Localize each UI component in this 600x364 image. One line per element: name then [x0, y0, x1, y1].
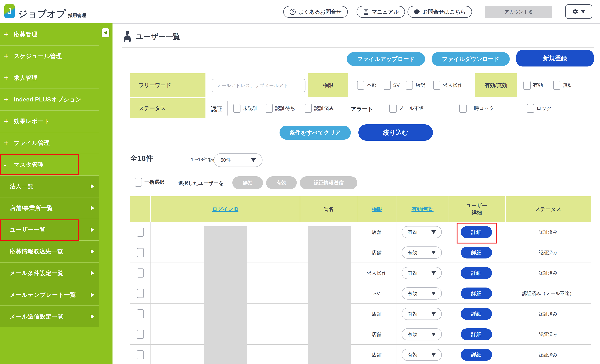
checkbox[interactable] — [433, 81, 440, 90]
checkbox[interactable] — [524, 81, 531, 90]
account-name-box: アカウント名 — [485, 6, 552, 18]
row-permission: 店舗 — [357, 324, 397, 345]
table-row: 店舗 有効 詳細 認証済み — [130, 242, 591, 263]
column-header-permission[interactable]: 権限 — [357, 196, 397, 222]
file-download-button[interactable]: ファイルダウンロード — [431, 52, 510, 66]
filter-checkbox-lock[interactable]: ロック — [527, 104, 552, 113]
detail-button[interactable]: 詳細 — [461, 349, 492, 361]
sidebar-item-user-ichiran[interactable]: ユーザー一覧 — [0, 219, 99, 240]
account-name-label: アカウント名 — [504, 9, 533, 15]
alert-group-label: アラート — [351, 105, 373, 113]
filter-checkbox-sv[interactable]: SV — [384, 81, 400, 90]
checkbox[interactable] — [553, 81, 560, 90]
sidebar-item-master-kanri[interactable]: -マスタ管理 — [0, 154, 99, 175]
sidebar-item-kouka-report[interactable]: +効果レポート — [0, 110, 99, 132]
enabled-select[interactable]: 有効 — [402, 287, 442, 300]
enabled-select[interactable]: 有効 — [402, 328, 442, 340]
filter-checkbox-mail-futatsu[interactable]: メール不達 — [389, 104, 424, 113]
total-count: 全18件 — [130, 154, 153, 163]
enabled-select[interactable]: 有効 — [402, 349, 442, 361]
row-checkbox[interactable] — [137, 330, 144, 339]
redacted-login-id-column — [204, 226, 247, 364]
faq-button-label: よくあるお問合せ — [299, 8, 342, 16]
sidebar-item-indeed-plus-option[interactable]: +Indeed PLUSオプション — [0, 89, 99, 110]
freeword-input[interactable] — [212, 79, 305, 92]
file-upload-button[interactable]: ファイルアップロード — [347, 52, 425, 66]
detail-button[interactable]: 詳細 — [461, 288, 492, 299]
filter-checkbox-minishou[interactable]: 未認証 — [233, 104, 258, 113]
checkbox[interactable] — [406, 81, 413, 90]
row-checkbox[interactable] — [137, 228, 144, 237]
contact-button[interactable]: お問合せはこちら — [407, 6, 472, 18]
row-permission: SV — [357, 283, 397, 304]
enabled-select[interactable]: 有効 — [402, 226, 442, 238]
detail-button[interactable]: 詳細 — [461, 308, 492, 320]
filter-checkbox-tenpo[interactable]: 店舗 — [406, 81, 425, 90]
app-logo: J ジョブオプ 採用管理 — [4, 4, 86, 18]
row-checkbox[interactable] — [137, 268, 144, 278]
filter-checkbox-ninshou-zumi[interactable]: 認証済み — [305, 104, 334, 113]
enabled-select[interactable]: 有効 — [402, 267, 442, 279]
redacted-name-column — [308, 226, 351, 364]
sidebar-item-kyujin-kanri[interactable]: +求人管理 — [0, 67, 99, 89]
sidebar-item-file-kanri[interactable]: +ファイル管理 — [0, 132, 99, 154]
table-header: ログインID 氏名 権限 有効/無効 ユーザー 詳細 ステータス — [130, 196, 591, 222]
detail-button[interactable]: 詳細 — [461, 267, 492, 279]
enabled-select[interactable]: 有効 — [402, 308, 442, 320]
filter-checkbox-muko[interactable]: 無効 — [553, 81, 573, 90]
detail-button[interactable]: 詳細 — [461, 247, 492, 258]
table-row: 店舗 有効 詳細 認証済み — [130, 324, 591, 345]
detail-button[interactable]: 詳細 — [461, 328, 492, 340]
column-header-enabled[interactable]: 有効/無効 — [397, 196, 448, 222]
faq-button[interactable]: ? よくあるお問合せ — [283, 6, 348, 18]
sidebar-item-mail-template[interactable]: メールテンプレート一覧 — [0, 284, 99, 305]
sidebar-item-schedule-kanri[interactable]: +スケジュール管理 — [0, 45, 99, 67]
bulk-enable-button[interactable]: 有効 — [266, 176, 297, 189]
detail-button[interactable]: 詳細 — [461, 226, 492, 238]
checkbox[interactable] — [527, 104, 534, 113]
row-checkbox[interactable] — [137, 289, 144, 298]
checkbox[interactable] — [357, 81, 364, 90]
new-registration-button[interactable]: 新規登録 — [516, 50, 594, 66]
row-checkbox[interactable] — [137, 309, 144, 318]
checkbox[interactable] — [135, 178, 142, 187]
column-header-status: ステータス — [505, 196, 591, 222]
row-permission: 店舗 — [357, 222, 397, 242]
bulk-disable-button[interactable]: 無効 — [232, 176, 263, 189]
person-icon — [123, 31, 132, 42]
chevron-down-icon — [431, 271, 436, 275]
checkbox[interactable] — [266, 104, 273, 113]
gear-icon — [572, 8, 579, 15]
sidebar-item-oubo-kanri[interactable]: +応募管理 — [0, 23, 99, 45]
chevron-down-icon — [581, 10, 585, 13]
checkbox[interactable] — [233, 104, 241, 113]
checkbox[interactable] — [305, 104, 312, 113]
manual-button[interactable]: マニュアル — [356, 6, 405, 18]
sidebar-item-mail-jouken[interactable]: メール条件設定一覧 — [0, 262, 99, 284]
sidebar-collapse-button[interactable] — [102, 28, 109, 37]
checkbox[interactable] — [459, 104, 467, 113]
checkbox[interactable] — [389, 104, 397, 113]
clear-filters-button[interactable]: 条件をすべてクリア — [280, 126, 351, 140]
settings-menu-button[interactable] — [565, 4, 592, 19]
filter-checkbox-honbu[interactable]: 本部 — [357, 81, 376, 90]
row-checkbox[interactable] — [137, 350, 144, 359]
book-icon — [363, 9, 369, 15]
bulk-select-checkbox[interactable]: 一括選択 — [135, 178, 164, 187]
page-size-select[interactable]: 50件 — [214, 153, 262, 167]
sidebar-item-mail-soushin[interactable]: メール送信設定一覧 — [0, 305, 99, 327]
sidebar-item-houjin-ichiran[interactable]: 法人一覧 — [0, 175, 99, 197]
filter-checkbox-ninshou-machi[interactable]: 認証待ち — [266, 104, 295, 113]
sidebar-item-tenpo-ichiran[interactable]: 店舗/事業所一覧 — [0, 197, 99, 219]
row-status: 認証済み（メール不達） — [505, 283, 591, 304]
filter-checkbox-yuko[interactable]: 有効 — [524, 81, 543, 90]
bulk-send-auth-button[interactable]: 認証情報送信 — [300, 176, 357, 189]
apply-filters-button[interactable]: 絞り込む — [358, 124, 433, 141]
sidebar-item-oubo-torikomi[interactable]: 応募情報取込先一覧 — [0, 240, 99, 262]
filter-checkbox-ichiji-lock[interactable]: 一時ロック — [459, 104, 494, 113]
row-checkbox[interactable] — [137, 248, 144, 257]
column-header-login-id[interactable]: ログインID — [151, 196, 300, 222]
filter-checkbox-kyujin-sousa[interactable]: 求人操作 — [433, 81, 463, 90]
checkbox[interactable] — [384, 81, 391, 90]
enabled-select[interactable]: 有効 — [402, 246, 442, 259]
